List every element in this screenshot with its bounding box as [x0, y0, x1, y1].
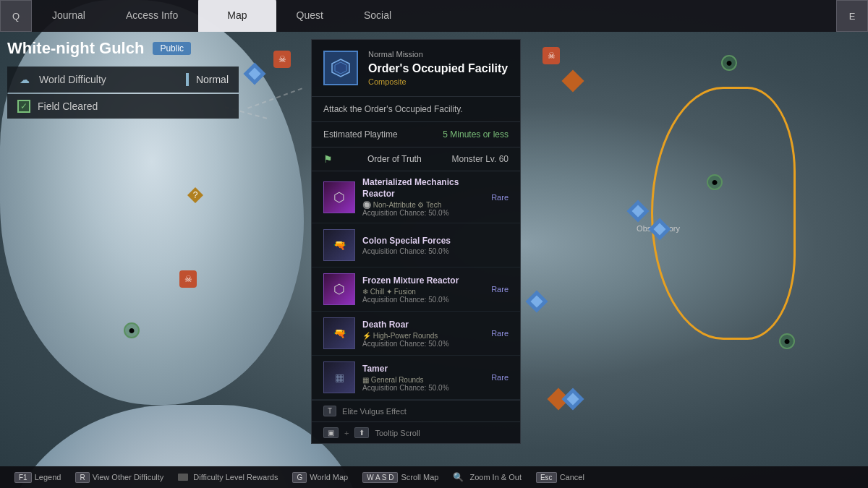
tooltip-scroll-row: ▣ + ⬆ Tooltip Scroll — [312, 421, 520, 443]
difficulty-label: View Other Difficulty — [93, 473, 164, 481]
reward-item-0[interactable]: ⬡ Materialized Mechanics Reactor 🔘 Non-A… — [312, 171, 520, 223]
reward-sub-3: ⚡ High-Power Rounds — [362, 332, 484, 340]
map-icon-circle-1[interactable]: ● — [720, 54, 738, 72]
reward-icon-3: 🔫 — [323, 317, 355, 349]
reward-chance-4: Acquisition Chance: 50.0% — [362, 384, 484, 392]
playtime-value: 5 Minutes or less — [443, 129, 509, 140]
mission-panel: Normal Mission Order's Occupied Facility… — [311, 39, 521, 444]
map-icon-question[interactable]: ? — [187, 187, 204, 204]
reward-chance-0: Acquisition Chance: 50.0% — [362, 209, 484, 217]
nav-tab-journal[interactable]: Journal — [32, 0, 106, 32]
faction-name: Order of Truth — [367, 154, 422, 164]
reward-rarity-2: Rare — [491, 285, 509, 294]
legend-label: Legend — [35, 473, 61, 481]
mission-icon — [323, 51, 358, 85]
nav-tab-map[interactable]: Map — [198, 0, 276, 32]
field-cleared-row: ✓ Field Cleared — [7, 94, 239, 119]
reward-item-2[interactable]: ⬡ Frozen Mixture Reactor ❄ Chill ✦ Fusio… — [312, 267, 520, 312]
scroll-map-label: Scroll Map — [401, 473, 438, 481]
map-icon-diamond-1[interactable] — [246, 65, 263, 82]
playtime-row: Estimated Playtime 5 Minutes or less — [312, 122, 520, 147]
faction-level: Monster Lv. 60 — [452, 154, 509, 164]
map-icon-diamond-2[interactable] — [629, 202, 647, 220]
bottom-cancel: Esc Cancel — [536, 472, 584, 483]
area-title: White-night Gulch — [7, 39, 144, 58]
reward-icon-4: ▦ — [323, 361, 355, 393]
elite-effect-key[interactable]: T — [323, 406, 336, 416]
map-icon-diamond-4[interactable] — [528, 293, 545, 310]
reward-name-2: Frozen Mixture Reactor — [362, 275, 484, 287]
area-title-row: White-night Gulch Public — [7, 39, 239, 58]
elite-effect-label: Elite Vulgus Effect — [342, 407, 407, 416]
g-key[interactable]: G — [292, 472, 307, 483]
tooltip-key1[interactable]: ▣ — [323, 427, 339, 438]
map-icon-circle-2[interactable]: ● — [706, 174, 723, 191]
nav-tab-quest[interactable]: Quest — [276, 0, 344, 32]
world-difficulty-value: Normal — [196, 74, 229, 85]
esc-key[interactable]: Esc — [536, 472, 557, 483]
map-icon-circle-3[interactable]: ● — [778, 333, 796, 350]
map-icon-skull-2[interactable]: ☠ — [542, 47, 560, 64]
mission-description: Attack the Order's Occupied Facility. — [312, 97, 520, 122]
nav-tab-social[interactable]: Social — [344, 0, 412, 32]
mission-type: Normal Mission — [368, 50, 508, 59]
nav-q-key[interactable]: Q — [0, 0, 32, 32]
map-icon-circle-4[interactable]: ● — [123, 322, 140, 339]
left-panel: White-night Gulch Public ☁ World Difficu… — [0, 32, 246, 127]
wasd-key[interactable]: W A S D — [362, 472, 398, 483]
reward-name-1: Colon Special Forces — [362, 236, 501, 247]
reward-rarity-3: Rare — [491, 329, 509, 338]
reward-info-2: Frozen Mixture Reactor ❄ Chill ✦ Fusion … — [362, 275, 484, 304]
reward-item-3[interactable]: 🔫 Death Roar ⚡ High-Power Rounds Acquisi… — [312, 312, 520, 356]
reward-icon-1: 🔫 — [323, 229, 355, 261]
map-icon-diamond-3[interactable] — [651, 221, 668, 238]
field-cleared-label: Field Cleared — [38, 100, 229, 112]
reward-info-0: Materialized Mechanics Reactor 🔘 Non-Att… — [362, 177, 484, 217]
top-nav: Q Journal Access Info Map Quest Social E — [0, 0, 868, 32]
bottom-difficulty: R View Other Difficulty — [75, 472, 163, 483]
bottom-zoom: 🔍 Zoom In & Out — [453, 472, 522, 482]
elite-effect-row: T Elite Vulgus Effect — [312, 400, 520, 421]
faction-icon: ⚑ — [323, 153, 333, 165]
svg-marker-1 — [335, 62, 346, 74]
reward-item-4[interactable]: ▦ Tamer ▦ General Rounds Acquisition Cha… — [312, 356, 520, 400]
reward-sub-4: ▦ General Rounds — [362, 376, 484, 384]
nav-tab-access-info[interactable]: Access Info — [106, 0, 198, 32]
bottom-legend: F1 Legend — [14, 472, 61, 483]
map-icon-skull-3[interactable]: ☠ — [179, 270, 197, 288]
faction-row: ⚑ Order of Truth Monster Lv. 60 — [312, 147, 520, 171]
nav-e-key[interactable]: E — [836, 0, 868, 32]
world-map-label: World Map — [310, 473, 348, 481]
difficulty-rewards-label: Difficulty Level Rewards — [193, 473, 278, 481]
tooltip-key2: ⬆ — [354, 427, 369, 438]
reward-icon-2: ⬡ — [323, 273, 355, 305]
public-badge: Public — [153, 42, 191, 55]
bottom-scroll-map: W A S D Scroll Map — [362, 472, 438, 483]
reward-info-4: Tamer ▦ General Rounds Acquisition Chanc… — [362, 364, 484, 393]
reward-info-3: Death Roar ⚡ High-Power Rounds Acquisiti… — [362, 320, 484, 348]
reward-rarity-0: Rare — [491, 193, 509, 202]
reward-name-3: Death Roar — [362, 320, 484, 331]
field-cleared-checkbox: ✓ — [17, 100, 30, 113]
reward-item-1[interactable]: 🔫 Colon Special Forces Acquisition Chanc… — [312, 223, 520, 267]
reward-sub-2: ❄ Chill ✦ Fusion — [362, 288, 484, 296]
map-icon-orange-diamond[interactable] — [564, 72, 582, 90]
playtime-label: Estimated Playtime — [323, 129, 398, 140]
world-difficulty-icon: ☁ — [17, 72, 32, 87]
world-difficulty-row: ☁ World Difficulty Normal — [7, 67, 239, 93]
reward-chance-3: Acquisition Chance: 50.0% — [362, 340, 484, 348]
f1-key[interactable]: F1 — [14, 472, 32, 483]
reward-name-4: Tamer — [362, 364, 484, 375]
bottom-world-map: G World Map — [292, 472, 348, 483]
r-key[interactable]: R — [75, 472, 89, 483]
reward-sub-0: 🔘 Non-Attribute ⚙ Tech — [362, 201, 484, 209]
mission-name: Order's Occupied Facility — [368, 61, 508, 75]
map-icon-skull-1[interactable]: ☠ — [273, 51, 291, 68]
cancel-label: Cancel — [560, 473, 584, 481]
map-icon-diamond-5[interactable] — [564, 390, 582, 408]
mission-header: Normal Mission Order's Occupied Facility… — [312, 40, 520, 97]
reward-chance-2: Acquisition Chance: 50.0% — [362, 296, 484, 304]
reward-icon-0: ⬡ — [323, 181, 355, 213]
bottom-bar: F1 Legend R View Other Difficulty Diffic… — [0, 466, 868, 488]
divider — [186, 73, 189, 86]
